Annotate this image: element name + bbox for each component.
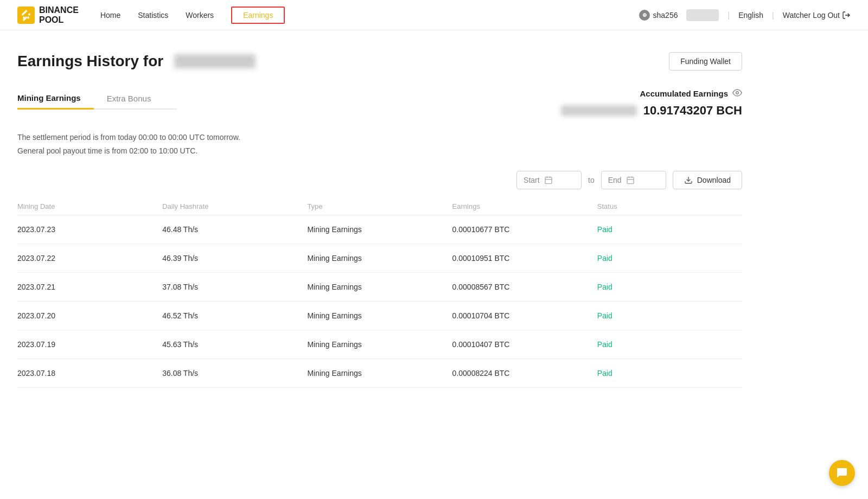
tab-mining-earnings[interactable]: Mining Earnings bbox=[17, 88, 94, 110]
cell-earnings: 0.00010704 BTC bbox=[452, 311, 597, 320]
cell-date: 2023.07.23 bbox=[17, 225, 162, 234]
col-daily-hashrate: Daily Hashrate bbox=[162, 202, 307, 210]
cell-date: 2023.07.19 bbox=[17, 340, 162, 349]
cell-status: Paid bbox=[597, 225, 742, 234]
binance-logo-icon bbox=[17, 7, 35, 24]
cell-hashrate: 45.63 Th/s bbox=[162, 340, 307, 349]
cell-date: 2023.07.21 bbox=[17, 283, 162, 291]
info-section: The settlement period is from today 00:0… bbox=[17, 131, 742, 158]
cell-hashrate: 46.48 Th/s bbox=[162, 225, 307, 234]
tabs: Mining Earnings Extra Bonus bbox=[17, 88, 177, 110]
cell-hashrate: 36.08 Th/s bbox=[162, 369, 307, 378]
table-row: 2023.07.23 46.48 Th/s Mining Earnings 0.… bbox=[17, 215, 742, 244]
cell-earnings: 0.00008224 BTC bbox=[452, 369, 597, 378]
cell-date: 2023.07.18 bbox=[17, 369, 162, 378]
col-mining-date: Mining Date bbox=[17, 202, 162, 210]
cell-earnings: 0.00010677 BTC bbox=[452, 225, 597, 234]
tabs-section: Mining Earnings Extra Bonus Accumulated … bbox=[17, 88, 742, 118]
download-icon bbox=[684, 176, 693, 184]
filter-row: Start to End Download bbox=[17, 171, 742, 189]
settlement-info: The settlement period is from today 00:0… bbox=[17, 131, 742, 144]
end-date-input[interactable]: End bbox=[601, 171, 666, 189]
cell-earnings: 0.00008567 BTC bbox=[452, 283, 597, 291]
cell-hashrate: 46.39 Th/s bbox=[162, 254, 307, 263]
cell-date: 2023.07.20 bbox=[17, 311, 162, 320]
table-row: 2023.07.22 46.39 Th/s Mining Earnings 0.… bbox=[17, 244, 742, 273]
logo[interactable]: BINANCE POOL bbox=[17, 5, 79, 24]
toggle-visibility-icon[interactable] bbox=[732, 88, 742, 99]
download-button[interactable]: Download bbox=[673, 171, 742, 189]
col-earnings: Earnings bbox=[452, 202, 597, 210]
col-status: Status bbox=[597, 202, 742, 210]
cell-type: Mining Earnings bbox=[307, 369, 452, 378]
svg-rect-0 bbox=[17, 7, 35, 24]
cell-status: Paid bbox=[597, 311, 742, 320]
accumulated-label-text: Accumulated Earnings bbox=[640, 89, 728, 98]
algo-label: sha256 bbox=[653, 11, 678, 20]
cell-type: Mining Earnings bbox=[307, 254, 452, 263]
logout-button[interactable]: Watcher Log Out bbox=[783, 11, 851, 20]
cell-type: Mining Earnings bbox=[307, 311, 452, 320]
page-header: Earnings History for Funding Wallet bbox=[17, 52, 742, 71]
funding-wallet-button[interactable]: Funding Wallet bbox=[669, 52, 742, 71]
calendar-icon-end bbox=[626, 176, 635, 184]
header: BINANCE POOL Home Statistics Workers Ear… bbox=[0, 0, 868, 30]
nav-earnings[interactable]: Earnings bbox=[231, 7, 285, 24]
accumulated-blur bbox=[561, 105, 637, 116]
cell-type: Mining Earnings bbox=[307, 225, 452, 234]
cell-status: Paid bbox=[597, 254, 742, 263]
username-blurred bbox=[174, 54, 256, 68]
table-row: 2023.07.18 36.08 Th/s Mining Earnings 0.… bbox=[17, 359, 742, 388]
cell-hashrate: 37.08 Th/s bbox=[162, 283, 307, 291]
logout-icon bbox=[842, 11, 851, 20]
table-header: Mining Date Daily Hashrate Type Earnings… bbox=[17, 198, 742, 215]
tab-extra-bonus[interactable]: Extra Bonus bbox=[107, 88, 164, 110]
divider2: | bbox=[772, 11, 774, 20]
cell-date: 2023.07.22 bbox=[17, 254, 162, 263]
nav-home[interactable]: Home bbox=[100, 9, 120, 22]
accumulated-earnings: Accumulated Earnings 10.91743207 BCH bbox=[561, 88, 742, 118]
cell-status: Paid bbox=[597, 340, 742, 349]
cell-hashrate: 46.52 Th/s bbox=[162, 311, 307, 320]
lang-divider: | bbox=[727, 11, 730, 20]
table-row: 2023.07.20 46.52 Th/s Mining Earnings 0.… bbox=[17, 302, 742, 330]
cell-earnings: 0.00010407 BTC bbox=[452, 340, 597, 349]
calendar-icon-start bbox=[544, 176, 553, 184]
language-button[interactable]: English bbox=[738, 11, 763, 20]
nav-statistics[interactable]: Statistics bbox=[138, 9, 168, 22]
cell-status: Paid bbox=[597, 283, 742, 291]
main-content: Earnings History for Funding Wallet Mini… bbox=[0, 30, 760, 410]
algo-badge: ⊕ sha256 bbox=[639, 10, 678, 21]
col-type: Type bbox=[307, 202, 452, 210]
page-title: Earnings History for bbox=[17, 53, 256, 70]
cell-type: Mining Earnings bbox=[307, 283, 452, 291]
start-date-input[interactable]: Start bbox=[516, 171, 582, 189]
svg-rect-6 bbox=[627, 177, 634, 184]
algo-icon: ⊕ bbox=[639, 10, 650, 21]
svg-point-1 bbox=[736, 92, 739, 94]
logo-text: BINANCE POOL bbox=[39, 5, 79, 24]
header-right: ⊕ sha256 | English | Watcher Log Out bbox=[639, 9, 851, 21]
main-nav: Home Statistics Workers Earnings bbox=[100, 7, 639, 24]
cell-earnings: 0.00010951 BTC bbox=[452, 254, 597, 263]
table-row: 2023.07.21 37.08 Th/s Mining Earnings 0.… bbox=[17, 273, 742, 302]
cell-type: Mining Earnings bbox=[307, 340, 452, 349]
cell-status: Paid bbox=[597, 369, 742, 378]
nav-workers[interactable]: Workers bbox=[186, 9, 214, 22]
earnings-table: Mining Date Daily Hashrate Type Earnings… bbox=[17, 198, 742, 388]
accumulated-value: 10.91743207 BCH bbox=[643, 104, 742, 118]
table-body: 2023.07.23 46.48 Th/s Mining Earnings 0.… bbox=[17, 215, 742, 388]
svg-rect-2 bbox=[545, 177, 552, 184]
table-row: 2023.07.19 45.63 Th/s Mining Earnings 0.… bbox=[17, 330, 742, 359]
date-separator: to bbox=[588, 176, 595, 184]
payout-info: General pool payout time is from 02:00 t… bbox=[17, 144, 742, 158]
user-avatar bbox=[686, 9, 719, 21]
